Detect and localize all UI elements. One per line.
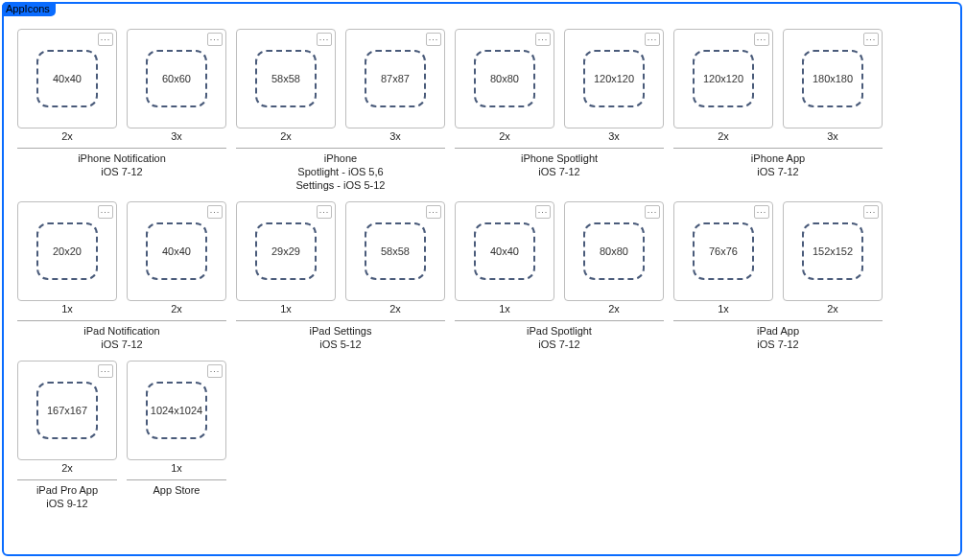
icon-slot: ...1024x10241x — [127, 361, 226, 474]
scale-label: 2x — [389, 303, 401, 315]
icon-drop-tile[interactable]: ...120x120 — [564, 29, 664, 128]
size-placeholder: 152x152 — [802, 222, 863, 280]
icon-group-slots: ...76x761x...152x1522x — [673, 201, 883, 315]
tile-menu-button[interactable]: ... — [426, 33, 441, 46]
tile-menu-button[interactable]: ... — [645, 205, 660, 219]
tile-menu-button[interactable]: ... — [317, 205, 332, 219]
icon-group: ...40x402x...60x603xiPhone Notification … — [17, 29, 226, 178]
icon-drop-tile[interactable]: ...58x58 — [236, 29, 336, 128]
scale-label: 2x — [280, 130, 292, 142]
icon-groups-container: ...40x402x...60x603xiPhone Notification … — [4, 4, 960, 524]
icon-group-slots: ...120x1202x...180x1803x — [673, 29, 883, 142]
group-divider — [127, 479, 226, 480]
icon-drop-tile[interactable]: ...40x40 — [455, 201, 554, 301]
tile-menu-button[interactable]: ... — [754, 33, 769, 46]
icon-drop-tile[interactable]: ...29x29 — [236, 201, 336, 301]
tile-menu-button[interactable]: ... — [207, 205, 223, 219]
group-divider — [673, 148, 883, 149]
scale-label: 3x — [171, 130, 182, 142]
size-placeholder: 58x58 — [365, 222, 426, 280]
group-divider — [673, 320, 883, 321]
icon-drop-tile[interactable]: ...1024x1024 — [127, 361, 226, 460]
icon-group: ...76x761x...152x1522xiPad App iOS 7-12 — [673, 201, 883, 351]
icon-group: ...40x401x...80x802xiPad Spotlight iOS 7… — [455, 201, 664, 351]
icon-drop-tile[interactable]: ...152x152 — [783, 201, 883, 301]
scale-label: 2x — [499, 130, 510, 142]
tile-menu-button[interactable]: ... — [207, 33, 223, 46]
tile-menu-button[interactable]: ... — [754, 205, 769, 219]
group-divider — [455, 320, 664, 321]
icon-drop-tile[interactable]: ...76x76 — [673, 201, 773, 301]
icon-slot: ...80x802x — [455, 29, 554, 142]
tile-menu-button[interactable]: ... — [98, 33, 113, 46]
group-divider — [17, 479, 117, 480]
icon-group: ...80x802x...120x1203xiPhone Spotlight i… — [455, 29, 664, 178]
group-divider — [236, 148, 445, 149]
tile-menu-button[interactable]: ... — [535, 33, 551, 46]
icon-slot: ...80x802x — [564, 201, 664, 315]
scale-label: 2x — [608, 303, 620, 315]
tile-menu-button[interactable]: ... — [98, 364, 113, 378]
tile-menu-button[interactable]: ... — [863, 33, 879, 46]
icon-slot: ...20x201x — [17, 201, 117, 315]
icon-drop-tile[interactable]: ...58x58 — [345, 201, 445, 301]
icon-group-slots: ...29x291x...58x582x — [236, 201, 445, 315]
icon-drop-tile[interactable]: ...167x167 — [17, 361, 117, 460]
tile-menu-button[interactable]: ... — [863, 205, 879, 219]
panel-tab[interactable]: AppIcons — [2, 2, 56, 16]
size-placeholder: 60x60 — [146, 50, 207, 107]
icon-drop-tile[interactable]: ...120x120 — [673, 29, 773, 128]
icon-slot: ...58x582x — [236, 29, 336, 142]
tile-menu-button[interactable]: ... — [645, 33, 660, 46]
tile-menu-button[interactable]: ... — [426, 205, 441, 219]
scale-label: 1x — [171, 462, 182, 474]
icon-drop-tile[interactable]: ...20x20 — [17, 201, 117, 301]
icon-group-slots: ...20x201x...40x402x — [17, 201, 226, 315]
group-caption: iPhone Spotlight iOS 7-12 — [521, 152, 598, 178]
tile-menu-button[interactable]: ... — [98, 205, 113, 219]
icon-slot: ...180x1803x — [783, 29, 883, 142]
scale-label: 2x — [718, 130, 729, 142]
icon-group: ...29x291x...58x582xiPad Settings iOS 5-… — [236, 201, 445, 351]
icon-drop-tile[interactable]: ...80x80 — [455, 29, 554, 128]
icon-drop-tile[interactable]: ...80x80 — [564, 201, 664, 301]
icon-slot: ...40x402x — [17, 29, 117, 142]
group-caption: iPhone Spotlight - iOS 5,6 Settings - iO… — [296, 152, 386, 192]
icon-drop-tile[interactable]: ...40x40 — [17, 29, 117, 128]
icon-group: ...167x1672xiPad Pro App iOS 9-12 — [17, 361, 117, 510]
icon-drop-tile[interactable]: ...60x60 — [127, 29, 226, 128]
size-placeholder: 58x58 — [255, 50, 317, 107]
icon-group: ...58x582x...87x873xiPhone Spotlight - i… — [236, 29, 445, 192]
icon-slot: ...40x401x — [455, 201, 554, 315]
group-caption: iPad Notification iOS 7-12 — [83, 324, 160, 351]
size-placeholder: 180x180 — [802, 50, 863, 107]
appicons-panel: AppIcons ...40x402x...60x603xiPhone Noti… — [2, 2, 962, 556]
group-caption: iPhone App iOS 7-12 — [751, 152, 805, 178]
icon-group-slots: ...1024x10241x — [127, 361, 226, 474]
size-placeholder: 1024x1024 — [146, 382, 207, 439]
icon-slot: ...120x1202x — [673, 29, 773, 142]
icon-slot: ...152x1522x — [783, 201, 883, 315]
icon-group-slots: ...40x402x...60x603x — [17, 29, 226, 142]
tile-menu-button[interactable]: ... — [535, 205, 551, 219]
group-divider — [236, 320, 445, 321]
icon-drop-tile[interactable]: ...180x180 — [783, 29, 883, 128]
icon-group-slots: ...80x802x...120x1203x — [455, 29, 664, 142]
tile-menu-button[interactable]: ... — [207, 364, 223, 378]
size-placeholder: 167x167 — [36, 382, 98, 439]
group-caption: iPad Settings iOS 5-12 — [310, 324, 372, 351]
icon-drop-tile[interactable]: ...87x87 — [345, 29, 445, 128]
icon-slot: ...60x603x — [127, 29, 226, 142]
icon-group-slots: ...40x401x...80x802x — [455, 201, 664, 315]
scale-label: 2x — [61, 130, 73, 142]
icon-slot: ...40x402x — [127, 201, 226, 315]
group-caption: iPad Pro App iOS 9-12 — [36, 483, 98, 510]
scale-label: 1x — [499, 303, 510, 315]
icon-slot: ...87x873x — [345, 29, 445, 142]
icon-slot: ...120x1203x — [564, 29, 664, 142]
size-placeholder: 80x80 — [583, 222, 645, 280]
icon-group-slots: ...58x582x...87x873x — [236, 29, 445, 142]
tile-menu-button[interactable]: ... — [317, 33, 332, 46]
icon-drop-tile[interactable]: ...40x40 — [127, 201, 226, 301]
size-placeholder: 76x76 — [693, 222, 754, 280]
